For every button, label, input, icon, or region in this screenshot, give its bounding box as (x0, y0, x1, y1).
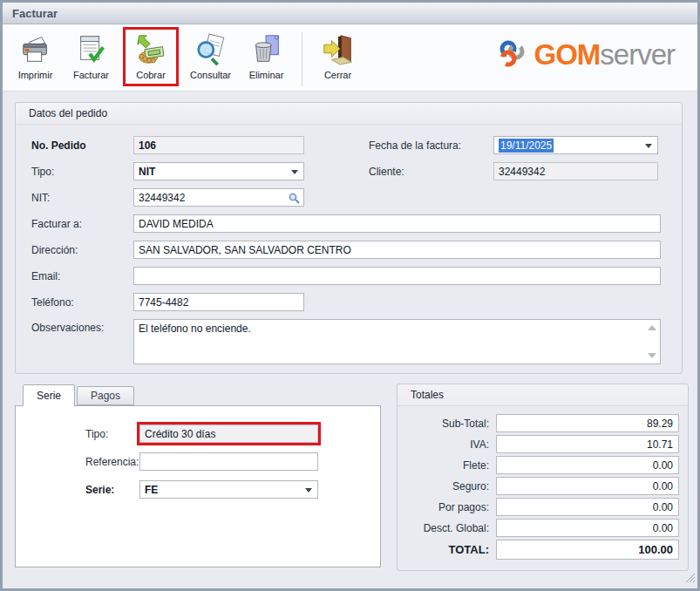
serie-value: FE (145, 484, 158, 496)
collect-payment-icon (133, 31, 169, 69)
subtotal-label: Sub-Total: (442, 418, 489, 430)
facturar-window: Facturar Imprimir (0, 0, 700, 591)
direccion-label: Dirección: (31, 244, 133, 256)
lookup-search-icon[interactable] (289, 193, 300, 207)
facturar-a-label: Facturar a: (31, 218, 133, 230)
telefono-label: Teléfono: (31, 296, 133, 309)
flete-field: 0.00 (496, 456, 679, 474)
no-pedido-label: No. Pedido (31, 139, 133, 152)
brand-primary: GOM (533, 38, 600, 71)
seguro-label: Seguro: (452, 480, 489, 492)
search-document-icon (193, 31, 229, 69)
facturar-a-field[interactable]: DAVID MEDIDA (133, 214, 661, 233)
total-field: 100.00 (496, 540, 679, 560)
trash-icon (248, 31, 285, 69)
direccion-field[interactable]: SAN SALVADOR, SAN SALVADOR CENTRO (133, 241, 661, 259)
cobrar-label: Cobrar (136, 70, 166, 80)
chevron-down-icon[interactable] (645, 144, 652, 148)
facturar-button[interactable]: Facturar (64, 27, 119, 80)
panel-tipo-field: Crédito 30 días (139, 425, 318, 443)
eliminar-label: Eliminar (249, 70, 284, 80)
panel-tipo-label: Tipo: (85, 428, 139, 440)
serie-label: Serie: (85, 484, 139, 496)
telefono-field[interactable]: 7745-4482 (133, 293, 304, 311)
title-bar: Facturar (3, 3, 697, 24)
scroll-down-icon[interactable] (648, 353, 656, 358)
referencia-field[interactable] (139, 452, 318, 471)
datos-del-pedido-group: Datos del pedido No. Pedido 106 Fecha de… (15, 102, 683, 374)
gomserver-logo-icon (495, 39, 528, 69)
toolbar-separator (302, 32, 302, 86)
referencia-label: Referencia: (85, 456, 139, 468)
por-pagos-label: Por pagos: (438, 501, 489, 513)
cobrar-button[interactable]: Cobrar (123, 27, 179, 86)
tab-serie-label: Serie (37, 390, 61, 402)
cerrar-button[interactable]: Cerrar (310, 27, 365, 80)
iva-label: IVA: (470, 438, 489, 451)
nit-value: 32449342 (139, 192, 185, 204)
serie-pagos-tabs: Serie Pagos Tipo: Crédito 30 días Refere… (15, 384, 381, 567)
nit-label: NIT: (31, 192, 133, 204)
observaciones-value: El teléfono no enciende. (139, 323, 251, 335)
tab-pagos-label: Pagos (91, 390, 120, 402)
serie-tab-panel: Tipo: Crédito 30 días Referencia: Serie:… (15, 405, 381, 567)
tab-serie[interactable]: Serie (23, 384, 75, 406)
facturar-label: Facturar (73, 70, 109, 80)
fecha-factura-value: 19/11/2025 (499, 139, 554, 153)
datos-group-title: Datos del pedido (16, 103, 682, 125)
chevron-down-icon[interactable] (291, 170, 298, 174)
fecha-factura-label: Fecha de la factura: (369, 139, 493, 152)
por-pagos-field: 0.00 (496, 498, 679, 516)
scroll-up-icon[interactable] (648, 325, 656, 330)
window-title: Facturar (12, 7, 58, 20)
fecha-factura-field[interactable]: 19/11/2025 (493, 136, 658, 154)
resize-grip[interactable] (684, 571, 696, 587)
consultar-button[interactable]: Consultar (183, 27, 238, 80)
cliente-field: 32449342 (493, 162, 658, 180)
consultar-label: Consultar (190, 70, 231, 80)
tipo-label: Tipo: (31, 166, 133, 178)
totales-group-title: Totales (398, 384, 688, 406)
tipo-value: NIT (139, 166, 155, 178)
totales-group: Totales Sub-Total: 89.29 IVA: 10.71 Flet… (397, 384, 689, 571)
imprimir-label: Imprimir (18, 70, 53, 80)
cliente-label: Cliente: (369, 166, 493, 178)
chevron-down-icon[interactable] (305, 488, 312, 492)
iva-field: 10.71 (496, 435, 679, 453)
exit-door-icon (320, 31, 357, 69)
email-field[interactable] (133, 267, 661, 285)
desct-global-field: 0.00 (496, 519, 679, 537)
no-pedido-field: 106 (133, 136, 304, 154)
invoice-check-icon (73, 31, 110, 69)
tipo-dropdown[interactable]: NIT (133, 162, 304, 180)
eliminar-button[interactable]: Eliminar (239, 27, 294, 80)
tab-pagos[interactable]: Pagos (77, 386, 134, 405)
serie-dropdown[interactable]: FE (139, 480, 318, 499)
total-label: TOTAL: (449, 543, 489, 556)
flete-label: Flete: (463, 459, 489, 472)
cerrar-label: Cerrar (324, 70, 351, 80)
gomserver-logo: GOMserver (495, 39, 675, 69)
nit-field[interactable]: 32449342 (133, 188, 304, 207)
subtotal-field: 89.29 (496, 414, 679, 432)
email-label: Email: (31, 270, 133, 282)
observaciones-label: Observaciones: (31, 319, 133, 334)
observaciones-textarea[interactable]: El teléfono no enciende. (133, 319, 661, 364)
brand-secondary: server (600, 38, 675, 71)
imprimir-button[interactable]: Imprimir (8, 27, 63, 80)
desct-global-label: Desct. Global: (424, 522, 489, 534)
toolbar: Imprimir Facturar (3, 24, 697, 92)
seguro-field: 0.00 (496, 477, 679, 495)
printer-icon (17, 31, 54, 69)
